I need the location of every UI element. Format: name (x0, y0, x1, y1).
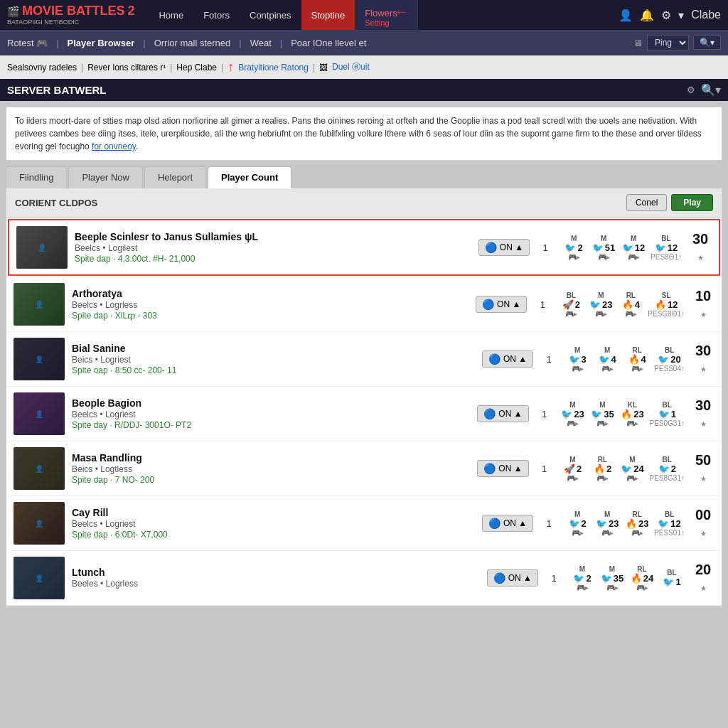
server-thumb-6: 👤 (14, 502, 65, 545)
nav-contpines[interactable]: Contpines (240, 0, 301, 30)
status-dot-1: 🔵 (485, 242, 497, 253)
stat-sub-6-1: 🎮▸ (601, 529, 614, 537)
server-row-5[interactable]: 👤 Masa Randling Beics • Logtless Spite d… (6, 441, 722, 496)
stat-col-7-0: M 🐦2 🎮▸ (569, 565, 595, 592)
stat-label-2-3: SL (662, 291, 671, 299)
secnav-poar[interactable]: Poar lOne llevel et (291, 38, 366, 48)
server-search-icon[interactable]: 🔍▾ (701, 83, 721, 97)
stat-sub-1-1: 🎮▸ (598, 253, 610, 261)
server-info-3: Bial Sanine Beics • Logriest Spite oap ·… (72, 343, 475, 375)
server-num-5: 1 (536, 464, 553, 474)
description-link[interactable]: for onvneoy (92, 141, 136, 151)
server-status-7[interactable]: 🔵ON ▲ (487, 569, 538, 587)
nav-home[interactable]: Home (149, 0, 193, 30)
server-status-3[interactable]: 🔵ON ▲ (482, 350, 533, 368)
gear-icon[interactable]: ⚙ (661, 9, 671, 22)
stat-val-4-1: 🐦35 (591, 409, 614, 419)
secnav-rotest[interactable]: Rotest 🎮 (7, 38, 48, 48)
bell-icon[interactable]: 🔔 (640, 9, 654, 22)
server-row-3[interactable]: 👤 Bial Sanine Beics • Logriest Spite oap… (6, 332, 722, 387)
server-num-1: 1 (537, 242, 554, 253)
stat-label-6-2: RL (633, 510, 642, 518)
breadcrumb-link-duel[interactable]: Duel ⓐuit (332, 61, 370, 73)
stat-col-6-2: RL 🔥23 🎮▸ (624, 510, 650, 537)
server-row-7[interactable]: 👤 Ltunch Beeles • Logrless 🔵ON ▲1 M 🐦2 🎮… (6, 551, 722, 606)
stat-label-7-3: BL (667, 569, 676, 577)
tab-player-now[interactable]: Player Now (68, 166, 142, 188)
secnav-player-browser[interactable]: Player Browser (68, 38, 135, 48)
status-text-5: ON ▲ (498, 464, 522, 473)
server-status-6[interactable]: 🔵ON ▲ (482, 515, 533, 532)
stat-val-7-1: 🐦35 (601, 573, 623, 584)
server-row-4[interactable]: 👤 Beople Bagion Beelcs • Logriest Spite … (6, 387, 722, 441)
description-box: To iiders moort-dare of stties map olsd … (6, 107, 722, 161)
stat-sub-1-2: 🎮▸ (628, 253, 640, 261)
server-name-1: Beeple Scinlesr to Janus Sullamies ψL (75, 231, 471, 242)
nav-stoptine[interactable]: Stoptine (301, 0, 355, 30)
stat-sub-3-0: 🎮▸ (572, 365, 584, 373)
tab-heleport[interactable]: Heleport (144, 166, 206, 188)
dropdown-icon[interactable]: ▾ (678, 9, 684, 22)
nav-fotors[interactable]: Fotors (193, 0, 240, 30)
server-map-5: Spite dap · 7 NO- 200 (72, 475, 470, 485)
status-text-2: ON ▲ (497, 299, 520, 309)
stat-sub-5-1: 🎮▸ (596, 474, 609, 482)
nav-flowers[interactable]: Flowers ← Setting (355, 0, 418, 30)
tab-player-count[interactable]: Player Count (208, 166, 291, 188)
stat-sub-2-2: 🎮▸ (625, 310, 637, 318)
secnav-orrior[interactable]: Orrior mall sterned (154, 38, 231, 48)
search-filter-button[interactable]: 🔍▾ (693, 36, 721, 50)
filter-group: 🖥 Ping 🔍▾ (633, 35, 721, 50)
server-status-1[interactable]: 🔵ON ▲ (478, 239, 530, 256)
server-status-4[interactable]: 🔵ON ▲ (477, 405, 528, 422)
ping-filter-select[interactable]: Ping (647, 35, 689, 50)
logo-title: 🎬 MOVIE BATTLES 2 (7, 4, 134, 18)
breadcrumb-item-3: Hep Clabe (176, 63, 217, 73)
tab-fiindling[interactable]: Fiindling (6, 166, 67, 188)
stat-col-3-2: RL 🔥4 🎮▸ (624, 346, 650, 373)
conel-button[interactable]: Conel (626, 194, 667, 211)
server-info-5: Masa Randling Beics • Logtless Spite dap… (72, 452, 470, 485)
stat-col-2-0: BL 🚀2 🎮▸ (558, 291, 584, 318)
server-map-4: Spite day · R/DDJ- 3001O- PT2 (72, 420, 470, 430)
server-row-6[interactable]: 👤 Cay Rill Beelcs • Logriest Spite dap ·… (6, 496, 722, 551)
breadcrumb-item-1: Sealsovny radeles (7, 63, 77, 73)
stat-label-3-1: M (604, 346, 610, 354)
server-total-sub-3: ★ (700, 365, 707, 373)
server-total-sub-2: ★ (700, 311, 707, 318)
server-stats-1: M 🐦2 🎮▸ M 🐦51 🎮▸ M 🐦12 🎮▸ BL 🐦12 PES8Θ1↑ (561, 235, 682, 261)
status-dot-5: 🔵 (483, 463, 496, 474)
server-total-5: 50★ (692, 452, 714, 485)
server-stats-3: M 🐦3 🎮▸ M 🐦4 🎮▸ RL 🔥4 🎮▸ BL 🐦20 PESS04↑ (564, 346, 685, 373)
stat-col-5-1: RL 🔥2 🎮▸ (590, 456, 616, 482)
server-map-3: Spite oap · 8:50 cc- 200- 11 (72, 365, 475, 375)
stat-label-3-0: M (574, 346, 580, 354)
server-row-2[interactable]: 👤 Arthoratya Beelcs • Logrless Spite dap… (6, 277, 722, 332)
stat-sub-6-3: PESS01↑ (654, 529, 685, 537)
stat-val-2-3: 🔥12 (655, 299, 678, 310)
icon-small: 🖼 (319, 63, 328, 73)
play-button[interactable]: Play (671, 194, 713, 211)
stat-sub-7-0: 🎮▸ (577, 584, 589, 592)
server-info-7: Ltunch Beeles • Logrless (72, 567, 480, 589)
stat-val-6-3: 🐦12 (658, 518, 680, 529)
server-status-5[interactable]: 🔵ON ▲ (477, 460, 528, 477)
server-name-3: Bial Sanine (72, 343, 475, 354)
breadcrumb-link-ratong[interactable]: Bratyitione Ratong (238, 63, 309, 73)
secnav-weat[interactable]: Weat (250, 38, 272, 48)
stat-val-6-2: 🔥23 (626, 518, 648, 529)
user-icon[interactable]: 👤 (619, 9, 633, 22)
stat-sub-2-1: 🎮▸ (595, 310, 607, 318)
server-status-2[interactable]: 🔵ON ▲ (476, 296, 527, 313)
server-row-1[interactable]: 👤 Beeple Scinlesr to Janus Sullamies ψL … (8, 219, 720, 276)
status-dot-6: 🔵 (488, 518, 500, 529)
stat-col-4-2: KL 🔥23 🎮▸ (620, 401, 646, 427)
stat-label-1-3: BL (661, 235, 670, 242)
server-total-4: 30★ (692, 397, 714, 430)
stat-label-2-1: M (598, 291, 604, 299)
stat-label-5-1: RL (598, 456, 607, 464)
server-name-7: Ltunch (72, 567, 480, 578)
logo-subtitle: BATAOPIIGI NETIBODIC (7, 18, 134, 26)
secondary-nav: Rotest 🎮 | Player Browser | Orrior mall … (0, 30, 728, 55)
server-name-2: Arthoratya (72, 288, 469, 299)
